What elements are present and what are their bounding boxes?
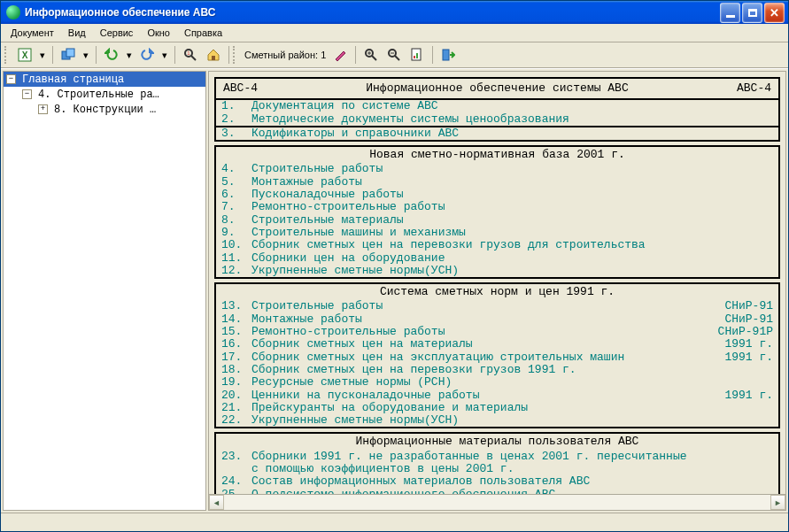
toolbar-grip[interactable] — [233, 46, 238, 64]
region-label: Сметный район: 1 — [242, 50, 329, 60]
maximize-button[interactable] — [742, 3, 762, 23]
svg-rect-17 — [416, 53, 418, 58]
header-title: Информационное обеспечение системы АВС — [258, 82, 737, 95]
doc-link[interactable]: 15. Ремонтно-строительные работыСНиР-91Р — [216, 326, 778, 338]
tree-root-label: Главная страница — [19, 73, 127, 86]
redo-icon[interactable] — [136, 44, 158, 66]
zoom-actual-icon[interactable]: 1 — [180, 44, 201, 66]
home-icon[interactable] — [203, 44, 224, 66]
doc-link[interactable]: 22. Укрупненные сметные нормы(УСН) — [216, 414, 778, 427]
svg-rect-18 — [443, 50, 449, 60]
doc-link[interactable]: 12. Укрупненные сметные нормы(УСН) — [216, 265, 778, 277]
horizontal-scrollbar[interactable]: ◄ ► — [208, 495, 786, 511]
scroll-track[interactable] — [224, 495, 770, 510]
section-title: Информационные материалы пользователя АВ… — [216, 434, 778, 450]
tree-item[interactable]: + 8. Конструкции … — [4, 102, 205, 117]
titlebar: Информационное обеспечение АВС ✕ — [1, 1, 788, 24]
doc-link[interactable]: 18. Сборник сметных цен на перевозки гру… — [216, 364, 778, 376]
tree-item[interactable]: − 4. Строительные ра… — [4, 87, 205, 102]
toolbar: X ▾ ▾ ▾ ▾ 1 Сметный район: 1 — [1, 42, 788, 68]
menu-view[interactable]: Вид — [62, 26, 92, 40]
section-1991: Система сметных норм и цен 1991 г. 13. С… — [214, 282, 780, 428]
doc-link[interactable]: 10. Сборник сметных цен на перевозки гру… — [216, 239, 778, 251]
abc4-left: АВС-4 — [223, 82, 258, 95]
svg-text:X: X — [22, 50, 28, 60]
menu-window[interactable]: Окно — [141, 26, 176, 40]
undo-icon[interactable] — [101, 44, 122, 66]
section-info: Информационные материалы пользователя АВ… — [214, 432, 780, 495]
menu-help[interactable]: Справка — [178, 26, 228, 40]
doc-link[interactable]: 16. Сборник сметных цен на материалы1991… — [216, 338, 778, 351]
svg-line-9 — [372, 56, 376, 60]
excel-icon[interactable]: X — [14, 44, 35, 66]
doc-link[interactable]: 8. Строительные материалы — [216, 214, 778, 227]
section-title: Новая сметно-нормативная база 2001 г. — [216, 147, 778, 163]
content-pane[interactable]: АВС-4 Информационное обеспечение системы… — [208, 71, 786, 495]
abc4-right: АВС-4 — [737, 82, 771, 95]
collapse-icon[interactable]: − — [6, 74, 16, 84]
scroll-left-icon[interactable]: ◄ — [209, 495, 224, 510]
close-button[interactable]: ✕ — [764, 3, 785, 23]
dropdown-chevron[interactable]: ▾ — [159, 44, 170, 66]
scroll-right-icon[interactable]: ► — [770, 495, 785, 510]
svg-text:1: 1 — [187, 50, 190, 56]
doc-link[interactable]: 3.Кодификаторы и справочники АВС — [216, 127, 778, 140]
doc-link[interactable]: 1.Документация по системе АВС — [216, 100, 778, 112]
svg-rect-16 — [414, 56, 415, 58]
status-bar — [1, 513, 788, 531]
doc-link[interactable]: 6. Пусконаладочные работы — [216, 189, 778, 201]
doc-link[interactable]: 11. Сборники цен на оборудование — [216, 252, 778, 265]
svg-line-5 — [191, 56, 196, 60]
exit-door-icon[interactable] — [437, 44, 459, 66]
doc-link[interactable]: 17. Сборник сметных цен на эксплуатацию … — [216, 351, 778, 364]
menu-bar: Документ Вид Сервис Окно Справка — [1, 24, 788, 42]
tree-item-label: 4. Строительные ра… — [35, 89, 162, 101]
window-title: Информационное обеспечение АВС — [25, 6, 720, 19]
dropdown-chevron[interactable]: ▾ — [124, 44, 135, 66]
report-icon[interactable] — [406, 44, 428, 66]
doc-link[interactable]: 4. Строительные работы — [216, 163, 778, 175]
section-title: Система сметных норм и цен 1991 г. — [216, 284, 778, 300]
expand-icon[interactable]: + — [38, 104, 48, 114]
client-area: − Главная страница − 4. Строительные ра…… — [1, 68, 788, 513]
menu-document[interactable]: Документ — [4, 26, 60, 40]
doc-link[interactable]: 21. Прейскуранты на оборудование и матер… — [216, 402, 778, 414]
menu-service[interactable]: Сервис — [94, 26, 140, 40]
doc-link[interactable]: 13. Строительные работыСНиР-91 — [216, 300, 778, 312]
svg-line-13 — [395, 56, 399, 60]
doc-link[interactable]: 19. Ресурсные сметные нормы (РСН) — [216, 376, 778, 389]
header-box: АВС-4 Информационное обеспечение системы… — [214, 77, 780, 142]
doc-link[interactable]: 23. Сборники 1991 г. не разработанные в … — [216, 451, 778, 463]
doc-link[interactable]: 14. Монтажные работыСНиР-91 — [216, 313, 778, 326]
svg-rect-7 — [212, 56, 215, 60]
dropdown-chevron[interactable]: ▾ — [81, 44, 91, 66]
section-2001: Новая сметно-нормативная база 2001 г. 4.… — [214, 145, 780, 279]
brush-icon[interactable] — [329, 44, 351, 66]
doc-link[interactable]: 24. Состав информационных материалов пол… — [216, 475, 778, 488]
app-window: Информационное обеспечение АВС ✕ Докумен… — [0, 0, 789, 532]
doc-link[interactable]: 25. О подсистеме информационного обеспеч… — [216, 489, 778, 495]
doc-link[interactable]: 7. Ремонтно-строительные работы — [216, 201, 778, 213]
app-icon — [6, 5, 20, 19]
doc-link[interactable]: 9. Строительные машины и механизмы — [216, 227, 778, 239]
tree-item-label: 8. Конструкции … — [51, 104, 159, 116]
doc-link[interactable]: 5. Монтажные работы — [216, 176, 778, 189]
tree-pane[interactable]: − Главная страница − 4. Строительные ра…… — [3, 71, 206, 511]
content-wrap: АВС-4 Информационное обеспечение системы… — [208, 71, 786, 511]
dropdown-chevron[interactable]: ▾ — [37, 44, 48, 66]
minimize-button[interactable] — [720, 3, 740, 23]
window-arrange-icon[interactable] — [58, 44, 79, 66]
doc-link[interactable]: 2.Методические документы системы ценообр… — [216, 113, 778, 126]
zoom-in-icon[interactable] — [360, 44, 382, 66]
svg-rect-3 — [66, 49, 74, 57]
doc-link[interactable]: с помощью коэффициентов в цены 2001 г. — [216, 463, 778, 475]
doc-link[interactable]: 20. Ценники на пусконаладочные работы199… — [216, 389, 778, 402]
toolbar-grip[interactable] — [4, 46, 10, 64]
zoom-out-icon[interactable] — [383, 44, 405, 66]
tree-root[interactable]: − Главная страница — [4, 72, 205, 87]
collapse-icon[interactable]: − — [22, 89, 32, 99]
